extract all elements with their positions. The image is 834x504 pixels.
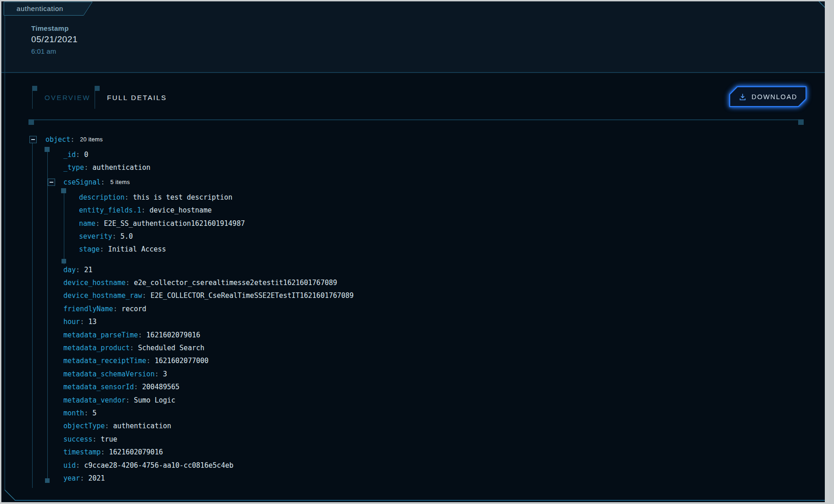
timestamp-date: 05/21/2021 bbox=[31, 34, 78, 45]
scrollbar[interactable] bbox=[825, 1, 829, 502]
tree-row: metadata_sensorId:200489565 bbox=[1, 381, 800, 393]
json-value: true bbox=[101, 435, 117, 443]
json-colon: : bbox=[141, 206, 145, 214]
json-key: friendlyName bbox=[63, 305, 113, 313]
json-colon: : bbox=[142, 291, 147, 300]
json-key: entity_fields.1 bbox=[79, 206, 141, 214]
json-colon: : bbox=[84, 409, 88, 417]
corner-cut-bottom-left bbox=[5, 490, 16, 501]
tree-row: metadata_vendor:Sumo Logic bbox=[1, 393, 800, 406]
json-colon: : bbox=[96, 219, 100, 228]
tab-marker-line bbox=[32, 86, 33, 109]
json-key: object bbox=[45, 135, 70, 144]
json-key: metadata_sensorId bbox=[63, 383, 134, 391]
tab-overview[interactable]: OVERVIEW bbox=[32, 86, 90, 110]
json-colon: : bbox=[113, 305, 117, 313]
json-value: 200489565 bbox=[142, 383, 180, 391]
tree-row: _id:0 bbox=[1, 148, 800, 161]
header-band bbox=[1, 1, 829, 73]
json-value: Sumo Logic bbox=[134, 396, 175, 404]
collapse-toggle-icon[interactable] bbox=[48, 179, 55, 186]
json-key: device_hostname bbox=[63, 279, 125, 287]
tab-marker-line bbox=[95, 86, 95, 109]
tree-row: friendlyName:record bbox=[1, 302, 800, 315]
json-key: stage bbox=[79, 245, 100, 253]
tree-row: device_hostname_raw:E2E_COLLECTOR_CseRea… bbox=[1, 289, 800, 302]
json-colon: : bbox=[112, 232, 116, 241]
json-value: 13 bbox=[88, 318, 96, 326]
timestamp-time: 6:01 am bbox=[31, 47, 78, 55]
json-value: E2E_SS_authentication1621601914987 bbox=[104, 219, 245, 228]
tree-row: timestamp:1621602079016 bbox=[1, 446, 800, 459]
tree-row: uid:c9ccae28-4206-4756-aa10-cc0816e5c4eb bbox=[1, 459, 800, 471]
tree-row: entity_fields.1:device_hostname bbox=[1, 204, 800, 217]
tree-row: day:21 bbox=[1, 263, 800, 276]
json-colon: : bbox=[105, 422, 109, 430]
json-value: 1621602079016 bbox=[147, 331, 200, 339]
tree-row: hour:13 bbox=[1, 315, 800, 328]
json-key: metadata_vendor bbox=[63, 396, 125, 404]
tree-row: year:2021 bbox=[1, 472, 800, 485]
tree-row: description:this is test description bbox=[1, 191, 800, 204]
json-key: cseSignal bbox=[63, 178, 101, 186]
json-value: e2e_collector_cserealtimesse2etestit1621… bbox=[134, 279, 338, 287]
tree-row: _type:authentication bbox=[1, 161, 800, 174]
json-key: day bbox=[63, 266, 76, 274]
tree-row: metadata_product:Scheduled Search bbox=[1, 342, 800, 354]
json-colon: : bbox=[134, 383, 138, 391]
json-key: description bbox=[79, 193, 124, 202]
panel-bottom-border bbox=[15, 500, 829, 501]
json-key: metadata_schemaVersion bbox=[63, 370, 155, 378]
json-colon: : bbox=[125, 396, 130, 404]
json-key: metadata_receiptTime bbox=[63, 357, 147, 365]
tab-full-details-label: FULL DETAILS bbox=[95, 86, 167, 101]
item-count: 20 items bbox=[80, 136, 103, 143]
json-value: 5 bbox=[92, 409, 96, 417]
json-value: authentication bbox=[113, 422, 171, 430]
tree-row: success:true bbox=[1, 433, 800, 446]
json-colon: : bbox=[70, 135, 74, 144]
item-count: 5 items bbox=[110, 179, 130, 185]
timestamp-block: Timestamp 05/21/2021 6:01 am bbox=[31, 24, 78, 55]
collapse-toggle-icon[interactable] bbox=[29, 136, 37, 143]
rule-end-square bbox=[798, 119, 804, 125]
json-key: device_hostname_raw bbox=[63, 291, 142, 300]
json-key: hour bbox=[63, 318, 80, 326]
json-colon: : bbox=[100, 245, 104, 253]
json-value: record bbox=[121, 305, 146, 313]
json-value: 3 bbox=[163, 370, 167, 378]
tab-full-details[interactable]: FULL DETAILS bbox=[95, 86, 167, 110]
json-value: 0 bbox=[84, 151, 88, 159]
json-colon: : bbox=[92, 435, 96, 443]
tree-row: device_hostname:e2e_collector_cserealtim… bbox=[1, 276, 800, 289]
json-key: year bbox=[63, 474, 80, 482]
json-value: Initial Access bbox=[108, 245, 166, 253]
json-key: metadata_product bbox=[63, 344, 130, 352]
json-key: success bbox=[63, 435, 92, 443]
tree-row: object:20 items bbox=[1, 133, 800, 146]
json-value: 2021 bbox=[88, 474, 105, 482]
tree-row: stage:Initial Access bbox=[1, 243, 800, 256]
json-colon: : bbox=[125, 279, 130, 287]
json-colon: : bbox=[101, 448, 105, 456]
json-value: authentication bbox=[92, 163, 150, 172]
download-button[interactable]: DOWNLOAD bbox=[729, 86, 806, 107]
json-value: 5.0 bbox=[120, 232, 133, 241]
json-colon: : bbox=[124, 193, 129, 202]
tree-row: month:5 bbox=[1, 407, 800, 420]
tree-row: metadata_parseTime:1621602079016 bbox=[1, 328, 800, 341]
tree-row: metadata_schemaVersion:3 bbox=[1, 368, 800, 381]
tab-overview-label: OVERVIEW bbox=[32, 86, 90, 101]
json-colon: : bbox=[80, 318, 84, 326]
json-value: c9ccae28-4206-4756-aa10-cc0816e5c4eb bbox=[84, 461, 233, 470]
timestamp-label: Timestamp bbox=[31, 24, 78, 32]
json-key: severity bbox=[79, 232, 112, 241]
entity-tab-authentication[interactable]: authentication bbox=[4, 1, 96, 16]
json-value: device_hostname bbox=[150, 206, 212, 214]
json-key: _type bbox=[63, 163, 84, 172]
record-details-panel: authentication Timestamp 05/21/2021 6:01… bbox=[1, 1, 829, 502]
json-colon: : bbox=[130, 344, 134, 352]
json-key: timestamp bbox=[63, 448, 101, 456]
json-value: 21 bbox=[84, 266, 92, 274]
json-value: 1621602079016 bbox=[109, 448, 163, 456]
